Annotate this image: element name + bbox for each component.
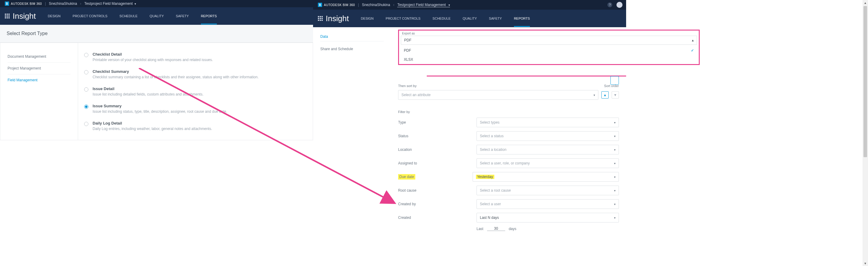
filter-row-due-date: Due date Yesterday▾ (398, 172, 619, 182)
caret-down-icon: ▾ (614, 121, 616, 124)
option-description: Issue list including status, type, title… (93, 109, 227, 114)
tab-safety[interactable]: SAFETY (489, 10, 502, 27)
filter-created-by-select[interactable]: Select a user▾ (476, 199, 619, 209)
sidebar-item-field-management[interactable]: Field Management (7, 74, 70, 86)
scroll-down-icon[interactable]: ▼ (863, 261, 868, 266)
sidebar-tab-data[interactable]: Data (320, 32, 384, 42)
tab-quality[interactable]: QUALITY (150, 7, 164, 25)
lastn-prefix: Last (476, 227, 484, 231)
filter-row-created-by: Created by Select a user▾ (398, 199, 619, 209)
filter-label: Due date (398, 174, 415, 180)
radio-icon[interactable] (84, 87, 88, 91)
lastn-input[interactable] (487, 227, 505, 231)
vertical-scrollbar[interactable]: ▲ ▼ (863, 0, 868, 266)
filter-root-cause-select[interactable]: Select a root cause▾ (476, 186, 619, 195)
radio-icon[interactable] (84, 53, 88, 57)
tab-safety[interactable]: SAFETY (176, 7, 189, 25)
apps-grid-icon[interactable] (5, 14, 10, 19)
filter-assigned-to-select[interactable]: Select a user, role, or company▾ (476, 158, 619, 168)
breadcrumb-project[interactable]: Testproject Field Management ▾ (397, 3, 450, 7)
navtabs: DESIGN PROJECT CONTROLS SCHEDULE QUALITY… (48, 7, 217, 25)
navbar-right: Insight DESIGN PROJECT CONTROLS SCHEDULE… (313, 10, 626, 27)
filter-row-created: Created Last N days▾ (398, 213, 619, 222)
filter-location-select[interactable]: Select a location▾ (476, 145, 619, 155)
breadcrumb-project[interactable]: Testproject Field Management▾ (84, 1, 136, 6)
sidebar-item-project-management[interactable]: Project Management (7, 62, 70, 74)
sidebar-item-document-management[interactable]: Document Management (7, 51, 70, 62)
option-checklist-detail[interactable]: Checklist Detail Printable version of yo… (84, 48, 307, 65)
help-icon[interactable]: ? (608, 2, 612, 7)
option-description: Printable version of your checklist alon… (93, 58, 213, 62)
radio-icon[interactable] (84, 105, 88, 109)
filter-label: Created by (398, 202, 476, 206)
breadcrumb-chevron-icon: › (393, 3, 394, 7)
details-sidebar: Data Share and Schedule (320, 31, 398, 231)
filter-grid: Type Select types▾ Status Select a statu… (398, 117, 619, 222)
filter-type-select[interactable]: Select types▾ (476, 117, 619, 127)
report-details-body: Data Share and Schedule Export as Export… (313, 27, 626, 235)
breadcrumb-user[interactable]: SnezhinaShukina (49, 1, 77, 6)
filter-row-status: Status Select a status▾ (398, 131, 619, 141)
then-sort-by-label: Then sort by (398, 84, 416, 88)
option-issue-summary[interactable]: Issue Summary Issue list including statu… (84, 100, 307, 117)
option-title: Issue Summary (93, 104, 227, 108)
tab-project-controls[interactable]: PROJECT CONTROLS (73, 7, 107, 25)
details-main: Export as Export as PDF ▴ PDF ✓ (398, 31, 619, 231)
tab-reports[interactable]: REPORTS (201, 7, 217, 25)
separator: | (358, 3, 359, 7)
tab-reports[interactable]: REPORTS (514, 10, 530, 27)
scroll-thumb[interactable] (864, 6, 867, 157)
radio-icon[interactable] (84, 70, 88, 74)
tab-schedule[interactable]: SCHEDULE (433, 10, 451, 27)
right-screenshot: B AUTODESK BIM 360 | SnezhinaShukina › T… (313, 0, 626, 266)
sidebar-tab-share-schedule[interactable]: Share and Schedule (320, 42, 398, 56)
tab-design[interactable]: DESIGN (361, 10, 374, 27)
export-option-pdf[interactable]: PDF ✓ (399, 46, 699, 55)
sort-asc-button[interactable]: ▲ (601, 91, 609, 99)
option-description: Issue list including detailed fields, cu… (93, 92, 204, 97)
filter-due-date-select[interactable]: Yesterday▾ (473, 172, 619, 182)
autodesk-b-logo-icon: B (5, 1, 9, 6)
caret-down-icon: ▾ (614, 216, 616, 219)
export-as-select[interactable]: PDF ▴ (401, 36, 697, 45)
scroll-up-icon[interactable]: ▲ (863, 0, 868, 5)
filter-created-select[interactable]: Last N days▾ (476, 213, 619, 222)
filter-row-location: Location Select a location▾ (398, 145, 619, 155)
filter-row-root-cause: Root cause Select a root cause▾ (398, 186, 619, 195)
last-n-days-row: Last days (476, 227, 619, 231)
option-checklist-summary[interactable]: Checklist Summary Checklist summary cont… (84, 65, 307, 83)
filter-label: Created (398, 215, 476, 220)
report-type-sidebar: Document Management Project Management F… (0, 43, 78, 140)
tab-schedule[interactable]: SCHEDULE (119, 7, 137, 25)
check-icon: ✓ (691, 48, 694, 53)
apps-grid-icon[interactable] (318, 16, 323, 21)
breadcrumb-user[interactable]: SnezhinaShukina (362, 3, 390, 7)
tab-project-controls[interactable]: PROJECT CONTROLS (386, 10, 421, 27)
export-as-label: Export as (399, 30, 699, 36)
navbar-left: Insight DESIGN PROJECT CONTROLS SCHEDULE… (0, 7, 313, 25)
tab-quality[interactable]: QUALITY (463, 10, 477, 27)
then-sort-by-select[interactable]: Select an attribute ▾ (398, 90, 598, 100)
sort-desc-button[interactable]: ▼ (612, 91, 619, 99)
tab-design[interactable]: DESIGN (48, 7, 61, 25)
option-issue-detail[interactable]: Issue Detail Issue list including detail… (84, 83, 307, 100)
radio-icon[interactable] (84, 122, 88, 126)
option-daily-log-detail[interactable]: Daily Log Detail Daily Log entries, incl… (84, 117, 307, 134)
caret-down-icon: ▾ (614, 162, 616, 165)
user-avatar[interactable] (617, 2, 622, 8)
export-as-dropdown: Export as PDF ▴ PDF ✓ XLSX (398, 30, 700, 65)
navtabs: DESIGN PROJECT CONTROLS SCHEDULE QUALITY… (361, 10, 530, 27)
caret-down-icon: ▾ (614, 203, 616, 206)
unknown-square-button[interactable] (611, 76, 619, 85)
topbar-right: B AUTODESK BIM 360 | SnezhinaShukina › T… (313, 0, 626, 10)
brand-text: AUTODESK BIM 360 (324, 3, 355, 7)
autodesk-b-logo-icon: B (318, 3, 322, 7)
caret-down-icon: ▾ (614, 134, 616, 138)
filter-label: Root cause (398, 188, 476, 192)
filter-status-select[interactable]: Select a status▾ (476, 131, 619, 141)
filter-row-type: Type Select types▾ (398, 117, 619, 127)
caret-down-icon: ▾ (447, 3, 450, 7)
filter-label: Location (398, 148, 476, 152)
option-description: Checklist summary containing a list of c… (93, 75, 258, 79)
export-option-xlsx[interactable]: XLSX (399, 55, 699, 64)
